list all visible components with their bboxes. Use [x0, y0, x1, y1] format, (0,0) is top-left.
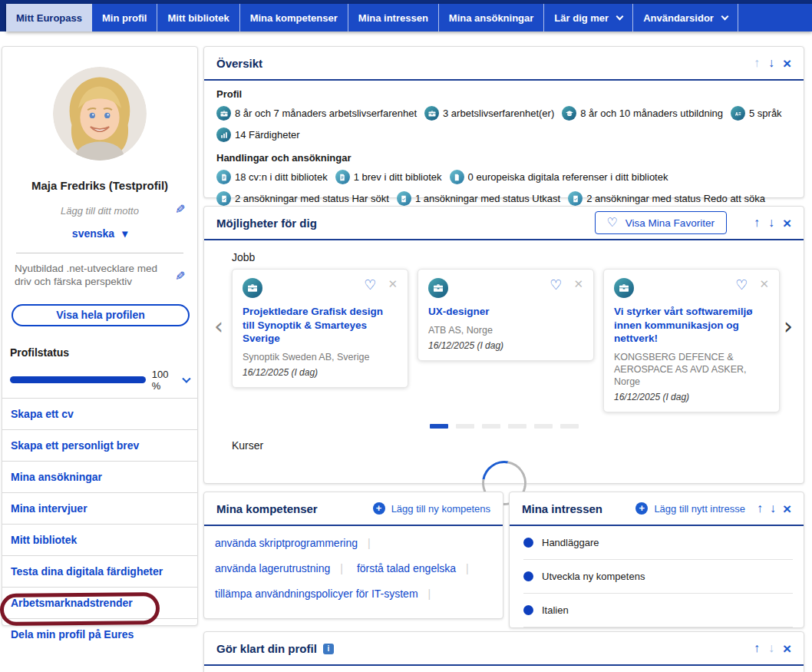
competences-panel: Mina kompetenser Lägg till ny kompetens … — [203, 492, 503, 619]
nav-tab-lar-dig-mer[interactable]: Lär dig mer — [544, 4, 633, 31]
dismiss-card-icon[interactable] — [573, 278, 583, 290]
sidebar-item-mitt-bibliotek[interactable]: Mitt bibliotek — [2, 525, 197, 556]
profile-progress-value: 100 % — [152, 369, 179, 392]
pagination-bar[interactable] — [430, 424, 448, 429]
opportunities-panel: Möjligheter för dig Visa Mina Favoriter … — [203, 206, 804, 484]
nav-tab-mina-kompetenser[interactable]: Mina kompetenser — [240, 4, 348, 31]
move-up-icon[interactable] — [754, 642, 760, 654]
sidebar-item-arbetsmarknadstrender[interactable]: Arbetsmarknadstrender — [2, 588, 197, 619]
application-checklist-icon — [397, 191, 411, 206]
bar-chart-icon — [216, 127, 231, 142]
interests-list: Handläggare Utveckla ny kompetens Italie… — [510, 526, 804, 627]
competence-link[interactable]: förstå talad engelska — [357, 562, 469, 574]
stat-cvs-in-library: 18 cv:n i ditt bibliotek — [216, 170, 328, 184]
job-date: 16/12/2025 (I dag) — [614, 392, 769, 402]
sidebar-item-dela-profil-eures[interactable]: Dela min profil på Eures — [2, 619, 197, 650]
pagination-bar[interactable] — [456, 424, 474, 429]
job-title-link[interactable]: Vi styrker vårt softwaremiljø innen komm… — [614, 305, 769, 346]
nav-tab-min-profil[interactable]: Min profil — [92, 4, 158, 31]
stat-applications-applied: 2 ansökningar med status Har sökt — [216, 191, 389, 206]
competence-link[interactable]: tillämpa användningspolicyer för IT-syst… — [215, 588, 431, 600]
move-up-icon[interactable] — [754, 57, 760, 69]
sidebar-item-mina-intervjuer[interactable]: Mina intervjuer — [2, 493, 197, 525]
competences-title: Mina kompetenser — [216, 502, 318, 515]
carousel-next-icon[interactable] — [784, 313, 793, 339]
edit-motto-pencil-icon[interactable] — [175, 202, 185, 217]
move-up-icon[interactable] — [757, 502, 763, 515]
language-selector[interactable]: svenska — [2, 227, 197, 240]
profile-progress-bar — [10, 376, 146, 383]
plus-circle-icon — [373, 502, 385, 515]
favorite-heart-icon[interactable] — [364, 278, 376, 292]
close-icon[interactable] — [783, 641, 791, 656]
briefcase-icon — [216, 106, 231, 121]
job-title-link[interactable]: UX-designer — [428, 305, 583, 319]
nav-tab-mitt-europass[interactable]: Mitt Europass — [6, 4, 92, 31]
motto-placeholder[interactable]: Lägg till ditt motto — [61, 205, 139, 217]
graduation-cap-icon — [562, 106, 576, 121]
job-title-link[interactable]: Projektledare Grafisk design till Synopt… — [243, 305, 398, 346]
move-down-icon[interactable] — [770, 502, 776, 515]
competence-link[interactable]: använda lagerutrustning — [215, 562, 343, 574]
stat-work-experiences: 3 arbetslivserfarenhet(er) — [424, 106, 554, 121]
chevron-down-icon — [721, 12, 728, 20]
heart-icon — [607, 217, 618, 229]
nav-tab-mina-ansokningar[interactable]: Mina ansökningar — [439, 4, 545, 31]
interest-item: Utveckla ny kompetens — [523, 560, 793, 594]
letter-document-icon — [335, 170, 350, 184]
favorite-heart-icon[interactable] — [550, 278, 562, 292]
briefcase-icon — [614, 278, 634, 298]
close-icon[interactable] — [783, 502, 791, 516]
sidebar-item-testa-fardigheter[interactable]: Testa dina digitala färdigheter — [2, 556, 197, 588]
info-icon[interactable] — [323, 644, 334, 654]
sidebar-item-mina-ansokningar[interactable]: Mina ansökningar — [2, 462, 197, 493]
move-down-icon[interactable] — [768, 642, 774, 654]
job-card: Vi styrker vårt softwaremiljø innen komm… — [603, 269, 780, 412]
favorite-heart-icon[interactable] — [735, 278, 748, 292]
carousel-prev-icon[interactable] — [214, 313, 223, 339]
dismiss-card-icon[interactable] — [388, 278, 398, 290]
application-checklist-icon — [216, 191, 231, 206]
nav-tab-mina-intressen[interactable]: Mina intressen — [348, 4, 439, 31]
sidebar-item-skapa-cv[interactable]: Skapa ett cv — [2, 399, 197, 430]
stat-education-duration: 8 år och 10 månaders utbildning — [562, 106, 723, 121]
pagination-bar[interactable] — [482, 424, 500, 429]
divider — [16, 253, 183, 253]
job-company: ATB AS, Norge — [428, 324, 583, 336]
stat-applications-ready: 2 ansökningar med status Redo att söka — [568, 191, 765, 206]
move-down-icon[interactable] — [768, 217, 774, 229]
competence-link[interactable]: använda skriptprogrammering — [215, 537, 371, 549]
pagination-bar[interactable] — [508, 424, 526, 429]
profile-name: Maja Fredriks (Testprofil) — [2, 179, 197, 192]
triangle-down-icon — [114, 227, 127, 240]
top-navigation-bar: Mitt Europass Min profil Mitt bibliotek … — [6, 4, 812, 31]
pagination-bar[interactable] — [534, 424, 553, 429]
pagination-bar[interactable] — [560, 424, 579, 429]
view-full-profile-button[interactable]: Visa hela profilen — [12, 304, 190, 326]
move-down-icon[interactable] — [768, 57, 774, 69]
show-favorites-button[interactable]: Visa Mina Favoriter — [595, 211, 727, 234]
jobs-label: Jobb — [232, 251, 804, 263]
opportunities-title: Möjligheter för dig — [216, 217, 317, 230]
profile-status-label: Profilstatus — [10, 346, 197, 359]
nav-tab-mitt-bibliotek[interactable]: Mitt bibliotek — [157, 4, 239, 31]
nav-tab-anvandarsidor[interactable]: Användarsidor — [633, 4, 738, 31]
bullet-icon — [523, 605, 533, 615]
interests-panel: Mina intressen Lägg till nytt intresse H… — [509, 492, 804, 628]
close-icon[interactable] — [783, 216, 791, 230]
chevron-down-icon — [616, 12, 624, 20]
close-icon[interactable] — [783, 56, 791, 71]
stat-work-experience-duration: 8 år och 7 månaders arbetslivserfarenhet — [216, 106, 417, 121]
sidebar-item-skapa-brev[interactable]: Skapa ett personligt brev — [2, 430, 197, 462]
move-up-icon[interactable] — [754, 217, 760, 229]
add-competence-link[interactable]: Lägg till ny kompetens — [373, 502, 490, 515]
add-interest-link[interactable]: Lägg till nytt intresse — [635, 502, 745, 515]
edit-description-pencil-icon[interactable] — [175, 269, 185, 283]
stat-letters-in-library: 1 brev i ditt bibliotek — [335, 170, 442, 184]
reference-file-icon — [450, 170, 464, 184]
profile-description: Nyutbildad .net-utvecklare med driv och … — [15, 263, 164, 289]
dismiss-card-icon[interactable] — [759, 278, 769, 290]
job-card: Projektledare Grafisk design till Synopt… — [232, 269, 408, 388]
expand-status-chevron-icon[interactable] — [183, 374, 191, 382]
top-navigation: Mitt Europass Min profil Mitt bibliotek … — [0, 0, 812, 31]
